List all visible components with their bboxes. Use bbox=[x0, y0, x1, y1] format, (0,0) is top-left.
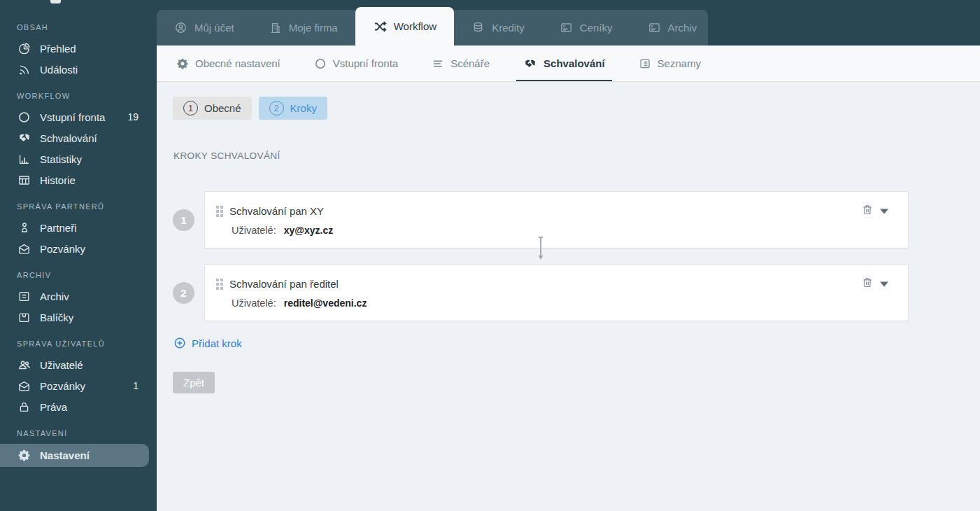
table-icon bbox=[17, 173, 31, 188]
sidebar-item-uzivatele[interactable]: Uživatelé bbox=[0, 354, 157, 375]
person-icon bbox=[17, 220, 31, 235]
subtab-seznamy[interactable]: Seznamy bbox=[636, 46, 704, 82]
wizard-step-label: Kroky bbox=[290, 102, 317, 114]
envelope-open-icon bbox=[17, 241, 31, 256]
subtab-label: Vstupní fronta bbox=[333, 57, 398, 69]
step-title: Schvalování pan ředitel bbox=[229, 278, 339, 290]
user-circle-icon bbox=[174, 21, 187, 34]
wizard-step-obecne[interactable]: 1 Obecné bbox=[173, 97, 252, 120]
subtab-label: Schvalování bbox=[544, 57, 605, 69]
sidebar-item-prava[interactable]: Práva bbox=[0, 396, 157, 417]
subtab-label: Scénáře bbox=[450, 57, 490, 69]
sidebar-item-pozvanky-partneri[interactable]: Pozvánky bbox=[0, 238, 157, 259]
circle-icon bbox=[17, 110, 31, 125]
add-step-link[interactable]: Přidat krok bbox=[173, 337, 242, 349]
sidebar-item-label: Události bbox=[40, 64, 78, 76]
price-card-icon bbox=[560, 21, 573, 34]
envelope-icon bbox=[17, 379, 31, 393]
gear-icon bbox=[176, 57, 189, 70]
sidebar-item-label: Pozvánky bbox=[40, 243, 85, 255]
sidebar-item-historie[interactable]: Historie bbox=[0, 169, 157, 190]
drag-handle-icon[interactable] bbox=[216, 206, 223, 217]
sidebar-item-nastaveni[interactable]: Nastavení bbox=[0, 444, 149, 467]
subtab-vstupni-fronta[interactable]: Vstupní fronta bbox=[311, 46, 401, 82]
tab-label: Můj účet bbox=[194, 22, 234, 34]
approval-step-card: Schvalování pan ředitel Uživatelé: redit… bbox=[204, 264, 909, 321]
wizard-step-kroky[interactable]: 2 Kroky bbox=[259, 97, 327, 120]
card-actions bbox=[861, 276, 888, 291]
tab-label: Moje firma bbox=[289, 22, 338, 34]
sidebar-item-label: Historie bbox=[40, 174, 76, 186]
rss-icon bbox=[17, 62, 31, 77]
tab-label: Workflow bbox=[394, 20, 436, 32]
drag-handle-icon[interactable] bbox=[216, 279, 223, 290]
wizard-steps: 1 Obecné 2 Kroky bbox=[173, 97, 980, 120]
expand-step-button[interactable] bbox=[880, 206, 888, 216]
sidebar-item-label: Přehled bbox=[40, 43, 76, 55]
sidebar-item-label: Archiv bbox=[40, 290, 69, 302]
chevron-down-icon bbox=[880, 279, 888, 289]
subtab-obecne-nastaveni[interactable]: Obecné nastavení bbox=[173, 46, 283, 82]
step-number-badge: 2 bbox=[173, 282, 194, 304]
menu-lines-icon bbox=[432, 57, 444, 70]
approval-step-row: 2 Schvalování pan ředitel Uživatelé: red… bbox=[173, 264, 909, 321]
sidebar-item-vstupni-fronta[interactable]: Vstupní fronta 19 bbox=[0, 106, 157, 127]
sidebar-item-statistiky[interactable]: Statistiky bbox=[0, 148, 157, 169]
bar-chart-icon bbox=[17, 152, 31, 167]
tab-workflow[interactable]: Workflow bbox=[355, 7, 454, 46]
sidebar-item-balicky[interactable]: Balíčky bbox=[0, 307, 157, 328]
wizard-step-number: 1 bbox=[183, 101, 198, 115]
top-tab-bar: Můj účet Moje firma Workflow bbox=[157, 0, 980, 46]
users-value: reditel@vedeni.cz bbox=[284, 298, 367, 309]
card-actions bbox=[861, 204, 888, 218]
sidebar-item-label: Vstupní fronta bbox=[40, 111, 105, 123]
main-area: Můj účet Moje firma Workflow bbox=[157, 0, 980, 511]
expand-step-button[interactable] bbox=[880, 279, 888, 289]
sidebar-section-workflow: WORKFLOW bbox=[17, 92, 157, 100]
step-users-row: Uživatelé: xy@xyz.cz bbox=[232, 225, 894, 236]
sidebar-section-sprava-uzivatelu: SPRÁVA UŽIVATELŮ bbox=[17, 340, 157, 348]
trash-icon bbox=[861, 276, 874, 291]
secondary-tab-bar: Obecné nastavení Vstupní fronta Scénáře … bbox=[157, 46, 980, 82]
subtab-label: Obecné nastavení bbox=[195, 57, 280, 69]
package-icon bbox=[17, 310, 31, 325]
circle-icon bbox=[314, 57, 327, 70]
sidebar-item-label: Pozvánky bbox=[40, 380, 85, 392]
approval-step-row: 1 Schvalování pan XY Uživatelé: xy@xyz.c… bbox=[173, 191, 909, 248]
sidebar-item-udalosti[interactable]: Události bbox=[0, 59, 157, 80]
sidebar-item-label: Statistiky bbox=[40, 153, 82, 165]
sidebar-item-schvalovani[interactable]: Schvalování bbox=[0, 127, 157, 148]
wizard-step-label: Obecné bbox=[204, 102, 241, 114]
sidebar-item-partneri[interactable]: Partneři bbox=[0, 217, 157, 238]
sidebar-item-pozvanky-uzivatele[interactable]: Pozvánky 1 bbox=[0, 375, 157, 396]
logo-partial bbox=[50, 0, 61, 4]
subtab-scenare[interactable]: Scénáře bbox=[429, 46, 492, 82]
lock-icon bbox=[17, 400, 31, 414]
tab-ceniky[interactable]: Ceníky bbox=[542, 10, 630, 46]
app-window: OBSAH Přehled Události WORKFLOW Vstupní … bbox=[0, 0, 980, 511]
tab-muj-ucet[interactable]: Můj účet bbox=[157, 10, 252, 46]
sidebar-section-obsah: OBSAH bbox=[17, 23, 157, 31]
sidebar-count-badge: 19 bbox=[127, 111, 139, 122]
back-button[interactable]: Zpět bbox=[173, 372, 215, 393]
sidebar-item-prehled[interactable]: Přehled bbox=[0, 38, 157, 59]
content-area: 1 Obecné 2 Kroky KROKY SCHVALOVÁNÍ 1 Sch… bbox=[157, 82, 980, 511]
users-label: Uživatelé: bbox=[232, 298, 276, 309]
pie-chart-icon bbox=[17, 41, 31, 56]
approval-steps-list: 1 Schvalování pan XY Uživatelé: xy@xyz.c… bbox=[173, 191, 909, 321]
wizard-step-number: 2 bbox=[269, 101, 284, 115]
card-title-row: Schvalování pan XY bbox=[216, 205, 894, 217]
sidebar-section-archiv: ARCHIV bbox=[17, 271, 157, 279]
tab-kredity[interactable]: Kredity bbox=[454, 10, 542, 46]
delete-step-button[interactable] bbox=[861, 204, 874, 218]
tab-moje-firma[interactable]: Moje firma bbox=[252, 10, 355, 46]
step-number-badge: 1 bbox=[173, 209, 194, 231]
sidebar-item-label: Partneři bbox=[40, 222, 77, 234]
users-value: xy@xyz.cz bbox=[284, 225, 333, 236]
subtab-label: Seznamy bbox=[658, 57, 702, 69]
tab-archiv[interactable]: Archiv bbox=[630, 10, 715, 46]
tab-label: Archiv bbox=[668, 22, 697, 34]
subtab-schvalovani[interactable]: Schvalování bbox=[520, 46, 608, 82]
delete-step-button[interactable] bbox=[861, 276, 874, 291]
sidebar-item-archiv[interactable]: Archiv bbox=[0, 286, 157, 307]
